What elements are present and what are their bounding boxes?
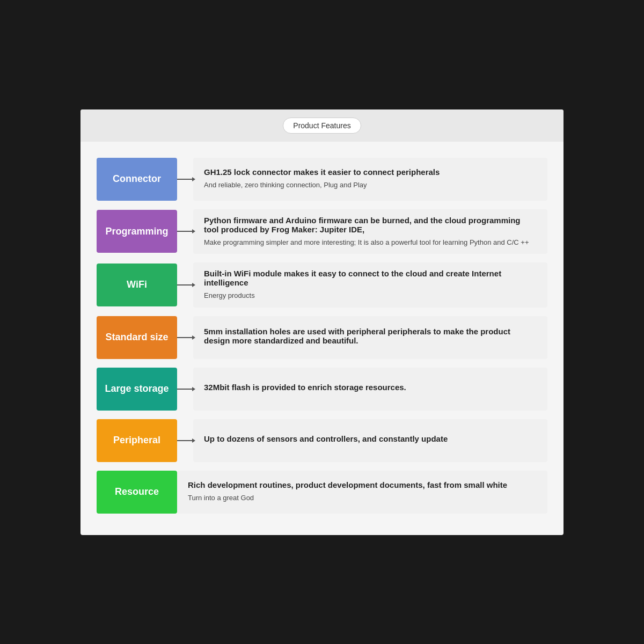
- product-features-tab[interactable]: Product Features: [283, 118, 361, 134]
- feature-badge-programming: Programming: [97, 210, 177, 253]
- connector-arrow-connector: [177, 179, 193, 180]
- feature-desc-programming: Make programming simpler and more intere…: [204, 237, 537, 248]
- feature-title-peripheral: Up to dozens of sensors and controllers,…: [204, 434, 537, 443]
- feature-badge-large-storage: Large storage: [97, 368, 177, 411]
- feature-row-standard-size: Standard size5mm installation holes are …: [97, 316, 547, 359]
- feature-title-resource: Rich development routines, product devel…: [188, 480, 537, 489]
- feature-badge-peripheral: Peripheral: [97, 419, 177, 462]
- feature-desc-connector: And reliable, zero thinking connection, …: [204, 180, 537, 191]
- connector-arrow-large-storage: [177, 389, 193, 390]
- feature-content-large-storage: 32Mbit flash is provided to enrich stora…: [193, 368, 547, 411]
- feature-badge-standard-size: Standard size: [97, 316, 177, 359]
- connector-arrow-standard-size: [177, 337, 193, 338]
- feature-title-large-storage: 32Mbit flash is provided to enrich stora…: [204, 383, 537, 392]
- feature-desc-wifi: Energy products: [204, 290, 537, 301]
- feature-title-connector: GH1.25 lock connector makes it easier to…: [204, 167, 537, 177]
- feature-title-standard-size: 5mm installation holes are used with per…: [204, 327, 537, 345]
- feature-row-resource: ResourceRich development routines, produ…: [97, 471, 547, 514]
- feature-desc-resource: Turn into a great God: [188, 493, 537, 503]
- feature-row-connector: ConnectorGH1.25 lock connector makes it …: [97, 158, 547, 201]
- feature-content-resource: Rich development routines, product devel…: [177, 471, 547, 514]
- feature-title-wifi: Built-in WiFi module makes it easy to co…: [204, 269, 537, 287]
- feature-row-large-storage: Large storage32Mbit flash is provided to…: [97, 368, 547, 411]
- page-container: Product Features ConnectorGH1.25 lock co…: [80, 109, 564, 535]
- feature-badge-connector: Connector: [97, 158, 177, 201]
- top-bar: Product Features: [80, 109, 564, 142]
- connector-arrow-wifi: [177, 284, 193, 286]
- feature-content-wifi: Built-in WiFi module makes it easy to co…: [193, 262, 547, 308]
- feature-row-peripheral: PeripheralUp to dozens of sensors and co…: [97, 419, 547, 462]
- connector-arrow-programming: [177, 231, 193, 232]
- feature-badge-resource: Resource: [97, 471, 177, 514]
- feature-row-programming: ProgrammingPython firmware and Arduino f…: [97, 209, 547, 254]
- connector-arrow-peripheral: [177, 440, 193, 441]
- feature-content-programming: Python firmware and Arduino firmware can…: [193, 209, 547, 254]
- feature-row-wifi: WiFiBuilt-in WiFi module makes it easy t…: [97, 262, 547, 308]
- feature-content-peripheral: Up to dozens of sensors and controllers,…: [193, 419, 547, 462]
- feature-badge-wifi: WiFi: [97, 264, 177, 306]
- feature-content-connector: GH1.25 lock connector makes it easier to…: [193, 158, 547, 201]
- feature-content-standard-size: 5mm installation holes are used with per…: [193, 316, 547, 359]
- feature-title-programming: Python firmware and Arduino firmware can…: [204, 216, 537, 234]
- features-list: ConnectorGH1.25 lock connector makes it …: [97, 158, 547, 514]
